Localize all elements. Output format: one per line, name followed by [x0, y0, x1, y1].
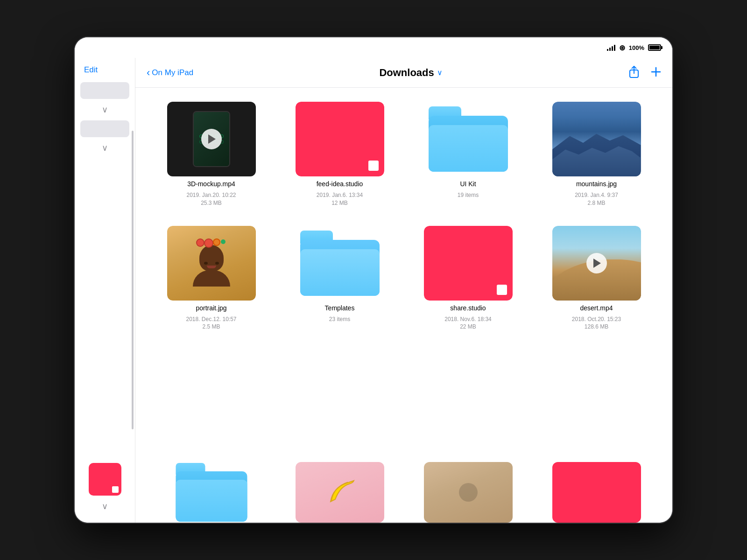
sidebar-scrollbar[interactable] — [132, 131, 134, 429]
file-name: feed-idea.studio — [317, 180, 363, 188]
status-bar-right: ⊛ 100% — [607, 43, 661, 52]
file-thumbnail — [424, 226, 513, 301]
file-item[interactable]: portrait.jpg 2018. Dec.12. 10:57 2.5 MB — [154, 226, 268, 331]
partial-thumbnail-4 — [552, 462, 641, 523]
nav-title-container[interactable]: Downloads ∨ — [379, 67, 442, 79]
sidebar-bottom: ∨ — [75, 459, 135, 523]
flowers — [197, 239, 226, 247]
file-item-partial[interactable] — [282, 462, 397, 523]
sidebar-item-2 — [80, 120, 129, 137]
file-name: desert.mp4 — [580, 304, 613, 312]
file-item-partial[interactable] — [539, 462, 654, 523]
file-item[interactable]: feed-idea.studio 2019. Jan.6. 13:34 12 M… — [282, 102, 397, 207]
back-chevron-icon: ‹ — [147, 68, 150, 78]
file-item[interactable]: 3D-mockup.mp4 2019. Jan.20. 10:22 25.3 M… — [154, 102, 268, 207]
device-frame: ⊛ 100% Edit ∨ ∨ ∨ — [75, 37, 672, 523]
battery-percent: 100% — [629, 44, 644, 51]
files-grid: 3D-mockup.mp4 2019. Jan.20. 10:22 25.3 M… — [135, 88, 672, 462]
back-label: On My iPad — [152, 68, 193, 77]
page-title: Downloads — [379, 67, 434, 79]
play-button-overlay-2 — [586, 253, 607, 273]
share-button[interactable] — [628, 65, 640, 80]
portrait-thumbnail — [167, 226, 256, 301]
eye-right — [215, 262, 219, 265]
eye-left — [204, 262, 208, 265]
screen: ⊛ 100% Edit ∨ ∨ ∨ — [75, 37, 672, 523]
file-meta: 2018. Dec.12. 10:57 2.5 MB — [186, 315, 236, 331]
battery-icon — [648, 44, 661, 51]
folder-thumbnail — [424, 102, 513, 176]
file-meta: 2019. Jan.20. 10:22 25.3 MB — [186, 191, 236, 207]
folder-thumbnail-2 — [296, 226, 384, 301]
sidebar: Edit ∨ ∨ ∨ — [75, 37, 135, 523]
sidebar-chevron-3[interactable]: ∨ — [75, 499, 135, 513]
signal-icon — [607, 44, 615, 51]
partial-thumbnail-2 — [296, 462, 384, 523]
portrait-shoulders — [193, 270, 230, 287]
video-thumbnail — [167, 102, 256, 176]
file-item[interactable]: Templates 23 items — [282, 226, 397, 331]
file-meta: 2019. Jan.4. 9:37 2.8 MB — [575, 191, 618, 207]
file-thumbnail — [552, 226, 641, 301]
wooden-circle — [459, 483, 478, 502]
signal-bar-1 — [607, 49, 608, 51]
status-bar: ⊛ 100% — [75, 37, 672, 58]
flower-red — [197, 239, 204, 246]
desert-thumbnail — [552, 226, 641, 301]
folder-front-2 — [300, 249, 380, 296]
file-name: mountains.jpg — [576, 180, 617, 188]
nav-bar: ‹ On My iPad Downloads ∨ — [135, 58, 672, 88]
file-item[interactable]: share.studio 2018. Nov.6. 18:34 22 MB — [411, 226, 525, 331]
flower-red-large — [205, 239, 212, 247]
sidebar-chevron-1[interactable]: ∨ — [75, 103, 135, 117]
file-name: Templates — [325, 304, 355, 312]
file-name: 3D-mockup.mp4 — [187, 180, 235, 188]
sidebar-item-1 — [80, 82, 129, 99]
bottom-partial-row — [135, 462, 672, 523]
signal-bar-2 — [609, 48, 611, 51]
doc-white-square-2 — [497, 285, 507, 295]
doc-white-square — [368, 161, 379, 171]
back-button[interactable]: ‹ On My iPad — [147, 68, 193, 78]
sidebar-red-item[interactable] — [89, 463, 121, 496]
folder-shape — [429, 106, 508, 172]
nav-actions — [628, 65, 661, 80]
file-meta: 2018. Oct.20. 15:23 128.6 MB — [572, 315, 621, 331]
play-button-overlay — [201, 129, 222, 149]
add-button[interactable] — [651, 67, 661, 79]
file-item[interactable]: desert.mp4 2018. Oct.20. 15:23 128.6 MB — [539, 226, 654, 331]
red-doc-thumbnail — [296, 102, 384, 176]
file-thumbnail — [296, 226, 384, 301]
partial-folder-shape — [176, 463, 247, 522]
folder-shape-2 — [300, 231, 380, 296]
file-thumbnail — [296, 102, 384, 176]
mouth — [207, 266, 216, 268]
partial-folder-front — [176, 480, 247, 522]
file-thumbnail — [424, 102, 513, 176]
folder-front — [429, 125, 508, 172]
file-thumbnail — [167, 226, 256, 301]
battery-fill — [649, 46, 660, 49]
sidebar-edit-button[interactable]: Edit — [75, 58, 135, 78]
flower-green — [221, 239, 226, 244]
file-meta: 19 items — [458, 191, 479, 199]
play-triangle-icon-2 — [593, 259, 601, 268]
file-item[interactable]: UI Kit 19 items — [411, 102, 525, 207]
flower-orange — [214, 239, 219, 245]
file-meta: 2019. Jan.6. 13:34 12 MB — [317, 191, 363, 207]
portrait-head — [199, 245, 224, 271]
sidebar-chevron-2[interactable]: ∨ — [75, 141, 135, 155]
file-item-partial[interactable] — [411, 462, 525, 523]
red-doc-thumbnail-2 — [424, 226, 513, 301]
file-name: share.studio — [450, 304, 486, 312]
signal-bar-3 — [612, 46, 613, 51]
partial-thumbnail-3 — [424, 462, 513, 523]
portrait-figure — [193, 239, 230, 287]
file-item[interactable]: mountains.jpg 2019. Jan.4. 9:37 2.8 MB — [539, 102, 654, 207]
main-content: ‹ On My iPad Downloads ∨ — [135, 37, 672, 523]
file-item-partial[interactable] — [154, 462, 268, 523]
file-meta: 2018. Nov.6. 18:34 22 MB — [444, 315, 492, 331]
play-triangle-icon — [208, 134, 216, 144]
partial-thumbnail-1 — [167, 462, 256, 523]
banana-icon — [321, 474, 359, 511]
